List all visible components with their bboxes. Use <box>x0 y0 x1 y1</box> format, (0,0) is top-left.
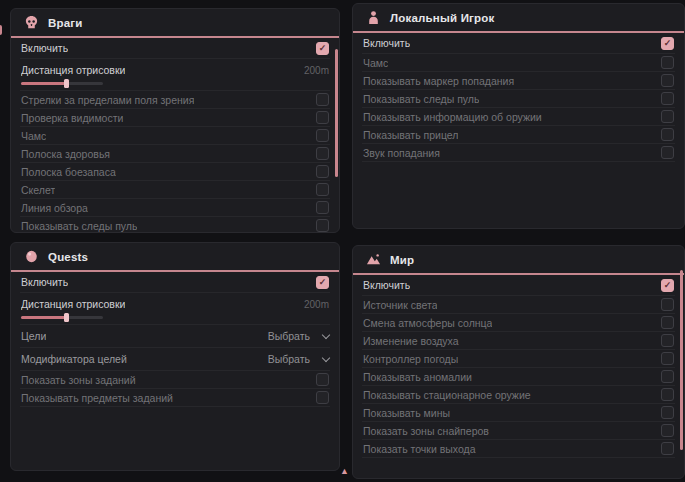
quest-icon <box>24 249 39 264</box>
toggle-row[interactable]: Показать точки выхода ✓ <box>362 440 675 458</box>
checkbox[interactable]: ✓ <box>316 42 329 55</box>
checkbox[interactable]: ✓ <box>316 183 329 196</box>
slider-fill <box>21 82 66 85</box>
toggle-row[interactable]: Показывать аномалии ✓ <box>362 368 675 386</box>
checkbox[interactable]: ✓ <box>316 147 329 160</box>
check-icon: ✓ <box>319 278 327 287</box>
person-icon <box>366 10 381 25</box>
panel-title: Мир <box>390 254 414 266</box>
scroll-up-indicator[interactable]: ▲ <box>340 467 349 476</box>
checkbox[interactable]: ✓ <box>661 334 674 347</box>
checkbox[interactable]: ✓ <box>316 93 329 106</box>
toggle-row[interactable]: Полоска здоровья ✓ <box>20 145 330 163</box>
checkbox[interactable]: ✓ <box>661 74 674 87</box>
checkbox[interactable]: ✓ <box>661 370 674 383</box>
panel-quests-header: Quests <box>11 243 339 272</box>
toggle-row[interactable]: Полоска боезапаса ✓ <box>20 163 330 181</box>
panel-world-body: Включить ✓ Источник света ✓ Смена атмосф… <box>353 275 684 458</box>
slider-fill <box>21 316 66 319</box>
toggle-row[interactable]: Показывать следы пуль ✓ <box>362 90 675 108</box>
select-row[interactable]: Цели Выбрать <box>20 325 330 348</box>
slider-thumb[interactable] <box>64 79 69 88</box>
checkbox[interactable]: ✓ <box>661 37 674 50</box>
toggle-row[interactable]: Показывать мины ✓ <box>362 404 675 422</box>
checkbox[interactable]: ✓ <box>661 442 674 455</box>
checkbox[interactable]: ✓ <box>316 111 329 124</box>
toggle-row[interactable]: Скелет ✓ <box>20 181 330 199</box>
toggle-row[interactable]: Чамс ✓ <box>20 127 330 145</box>
panel-title: Локальный Игрок <box>390 12 495 24</box>
toggle-row[interactable]: Звук попадания ✓ <box>362 144 675 162</box>
panel-world: Мир Включить ✓ Источник света ✓ Смена ат… <box>352 245 685 479</box>
panel-title: Quests <box>48 251 88 263</box>
checkbox[interactable]: ✓ <box>316 373 329 386</box>
checkbox[interactable]: ✓ <box>316 165 329 178</box>
toggle-row[interactable]: Смена атмосферы солнца ✓ <box>362 314 675 332</box>
toggle-row[interactable]: Показывать информацию об оружии ✓ <box>362 108 675 126</box>
checkbox[interactable]: ✓ <box>661 92 674 105</box>
toggle-row[interactable]: Стрелки за пределами поля зрения ✓ <box>20 91 330 109</box>
checkbox[interactable]: ✓ <box>316 391 329 404</box>
slider-value: 200m <box>304 65 329 76</box>
check-icon: ✓ <box>664 281 672 290</box>
checkbox[interactable]: ✓ <box>316 201 329 214</box>
toggle-row[interactable]: Показывать следы пуль ✓ <box>20 217 330 233</box>
panel-title: Враги <box>48 17 83 29</box>
checkbox[interactable]: ✓ <box>661 424 674 437</box>
panel-quests-body: Включить ✓ Дистанция отрисовки 200m Цели… <box>11 272 339 407</box>
slider-track[interactable] <box>21 82 103 85</box>
checkbox[interactable]: ✓ <box>661 388 674 401</box>
panel-enemies-body: Включить ✓ Дистанция отрисовки 200m Стре… <box>11 38 339 233</box>
checkbox[interactable]: ✓ <box>661 406 674 419</box>
checkbox[interactable]: ✓ <box>316 219 329 232</box>
toggle-row[interactable]: Проверка видимости ✓ <box>20 109 330 127</box>
check-icon: ✓ <box>664 39 672 48</box>
toggle-row[interactable]: Показывать предметы заданий ✓ <box>20 389 330 407</box>
toggle-row[interactable]: Источник света ✓ <box>362 296 675 314</box>
select-value[interactable]: Выбрать <box>268 330 310 342</box>
checkbox[interactable]: ✓ <box>316 129 329 142</box>
toggle-row[interactable]: Показать зоны заданий ✓ <box>20 371 330 389</box>
panel-local-player-body: Включить ✓ Чамс ✓ Показывать маркер попа… <box>353 33 684 162</box>
panel-enemies-header: Враги <box>11 9 339 38</box>
select-row[interactable]: Модификатора целей Выбрать <box>20 348 330 371</box>
scrollbar[interactable] <box>335 49 338 177</box>
toggle-row[interactable]: Включить ✓ <box>362 275 675 296</box>
slider-thumb[interactable] <box>64 313 69 322</box>
toggle-row[interactable]: Изменение воздуха ✓ <box>362 332 675 350</box>
panel-quests: Quests Включить ✓ Дистанция отрисовки 20… <box>10 242 340 471</box>
toggle-row[interactable]: Показывать стационарное оружие ✓ <box>362 386 675 404</box>
scrollbar[interactable] <box>680 270 683 450</box>
slider-value: 200m <box>304 299 329 310</box>
chevron-down-icon[interactable] <box>322 353 330 361</box>
panel-local-player: Локальный Игрок Включить ✓ Чамс ✓ Показы… <box>352 3 685 229</box>
panel-world-header: Мир <box>353 246 684 275</box>
chevron-down-icon[interactable] <box>322 330 330 338</box>
checkbox[interactable]: ✓ <box>661 146 674 159</box>
toggle-row[interactable]: Показать зоны снайперов ✓ <box>362 422 675 440</box>
checkbox[interactable]: ✓ <box>661 56 674 69</box>
toggle-row[interactable]: Включить ✓ <box>20 38 330 59</box>
slider-track[interactable] <box>21 316 103 319</box>
checkbox[interactable]: ✓ <box>661 110 674 123</box>
toggle-row[interactable]: Линия обзора ✓ <box>20 199 330 217</box>
mountains-icon <box>366 252 381 267</box>
slider-row: Дистанция отрисовки 200m <box>20 293 330 325</box>
toggle-row[interactable]: Чамс ✓ <box>362 54 675 72</box>
checkbox[interactable]: ✓ <box>316 276 329 289</box>
checkbox[interactable]: ✓ <box>661 128 674 141</box>
panel-local-player-header: Локальный Игрок <box>353 4 684 33</box>
toggle-row[interactable]: Показывать маркер попадания ✓ <box>362 72 675 90</box>
toggle-row[interactable]: Контроллер погоды ✓ <box>362 350 675 368</box>
checkbox[interactable]: ✓ <box>661 298 674 311</box>
slider-row: Дистанция отрисовки 200m <box>20 59 330 91</box>
select-value[interactable]: Выбрать <box>268 353 310 365</box>
toggle-row[interactable]: Включить ✓ <box>20 272 330 293</box>
toggle-row[interactable]: Включить ✓ <box>362 33 675 54</box>
checkbox[interactable]: ✓ <box>661 316 674 329</box>
panel-enemies: Враги Включить ✓ Дистанция отрисовки 200… <box>10 8 340 233</box>
left-scroll-indicator <box>0 25 2 35</box>
checkbox[interactable]: ✓ <box>661 279 674 292</box>
checkbox[interactable]: ✓ <box>661 352 674 365</box>
toggle-row[interactable]: Показывать прицел ✓ <box>362 126 675 144</box>
